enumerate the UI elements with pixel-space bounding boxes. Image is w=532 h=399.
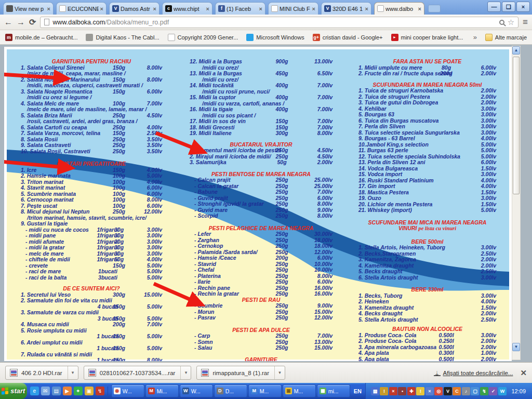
tab-close-icon[interactable]: × — [418, 6, 421, 12]
bookmark-item[interactable]: Microsoft Windows — [246, 34, 304, 41]
download-item-button[interactable]: 0281010627-10373534....rar▾ — [84, 366, 192, 380]
network-error-icon[interactable]: × — [425, 387, 434, 395]
bookmark-star-icon[interactable]: ☆ — [508, 18, 514, 27]
menu-item-name: 15. Vodca import — [358, 171, 402, 178]
taskbar-button-app-mi[interactable]: MMi... — [145, 384, 179, 397]
tab-close-icon[interactable]: × — [312, 6, 315, 12]
menu-item-row: 19. Midii Italiene300g8.00lv — [190, 130, 332, 137]
download-item-button[interactable]: 406 2.0 HDI.rar▾ — [5, 366, 78, 380]
tab-www-chipt[interactable]: cwww.chipt× — [162, 2, 212, 15]
taskbar-button-image-viewer[interactable]: ▦mi... — [317, 384, 350, 397]
updater-icon[interactable]: ✓ — [489, 387, 497, 395]
messenger-icon[interactable]: ✦ — [74, 387, 83, 395]
menu-item-name: 2. Sarmalute din foi de vita cu midii — [21, 298, 112, 304]
tab-close-icon[interactable]: × — [259, 6, 262, 12]
close-button[interactable]: × — [516, 2, 530, 12]
bookmark-item[interactable]: Digital Kaos - The Cabl... — [86, 34, 159, 41]
taskbar-button-app-d[interactable]: DD... — [214, 384, 247, 397]
taskbar-button-folder-window[interactable]: ▣M... — [283, 384, 316, 397]
download-menu-caret-icon[interactable]: ▾ — [68, 366, 78, 379]
display-icon[interactable]: ▢ — [471, 387, 479, 395]
security-alert-icon[interactable]: ! — [380, 387, 388, 395]
menu-item-row: 3. Sarmalute de varza cu midii — [21, 310, 162, 316]
internet-explorer-icon[interactable]: e — [30, 387, 39, 395]
bookmark-item[interactable]: ►mini cooper brake light... — [391, 34, 463, 41]
menu-item-row: 7. Rulada cu vănătă si midii — [21, 352, 162, 358]
tab-www-dalbo[interactable]: www.dalbo× — [374, 2, 424, 15]
cpu-icon[interactable]: C — [453, 387, 461, 395]
menu-item-row: 8. Micul dejunal lui Neptun250g12.00lv — [21, 209, 162, 215]
scrollbar-up-arrow-icon[interactable]: ▲ — [512, 46, 520, 55]
show-all-downloads-link[interactable]: ↓ Afişati toate descărcările... — [434, 369, 513, 376]
show-desktop-icon[interactable]: ▤ — [52, 387, 61, 395]
antivirus-icon[interactable]: ✚ — [407, 387, 416, 395]
vertical-scrollbar[interactable]: ▲ ▼ — [512, 46, 521, 360]
download-menu-caret-icon[interactable]: ▾ — [180, 366, 191, 379]
menu-item-name: 10. Salata Rosii, Castraveti — [21, 149, 90, 155]
download-item-button[interactable]: rimappatura_8 (1).rar▾ — [196, 366, 285, 380]
tab-close-icon[interactable]: × — [153, 6, 156, 12]
bookmark-item[interactable]: mmobile.de – Gebraucht... — [5, 34, 77, 41]
menu-item-name: 13. Midii a la Burgas — [190, 71, 242, 77]
menu-item-price: 3.50lv — [136, 142, 162, 149]
vpn-icon[interactable]: V — [444, 387, 452, 395]
minimize-button[interactable]: — — [487, 2, 501, 12]
usb-icon[interactable]: ↯ — [480, 387, 488, 395]
search-icon[interactable] — [499, 20, 504, 25]
menu-desc-row: /midii cu orez si legume / — [21, 95, 162, 101]
taskbar-button-chrome-window[interactable]: ◉W... — [111, 384, 144, 397]
tab-ecuconne[interactable]: ECUCONNE× — [56, 2, 107, 15]
bookmarks-overflow-chevron[interactable]: » — [473, 33, 477, 41]
start-button[interactable]: start — [0, 383, 27, 399]
recorder-icon[interactable]: ▪ — [398, 387, 406, 395]
downloads-bar-close-icon[interactable]: ✕ — [520, 368, 527, 378]
back-button[interactable]: ← — [4, 18, 12, 27]
winamp-icon[interactable]: ↯ — [96, 387, 104, 395]
taskbar-button-app-m[interactable]: MM... — [248, 384, 282, 397]
volume-icon[interactable]: ♪ — [462, 387, 470, 395]
folder-icon[interactable]: ▣ — [85, 387, 94, 395]
menu-item-price: 2.50lv — [455, 269, 496, 275]
tab-close-icon[interactable]: × — [47, 6, 50, 12]
reload-button[interactable]: ⟳ — [29, 17, 36, 27]
menu-item-price: 8.00lv — [136, 357, 162, 361]
tab-view-new-p[interactable]: View new p× — [3, 2, 54, 15]
taskbar-button-word-window[interactable]: WW... — [180, 384, 213, 397]
forward-button[interactable]: → — [17, 18, 25, 27]
bookmark-item[interactable]: g+cristian david - Google+ — [313, 34, 383, 41]
address-bar[interactable]: www.dalboka.com/Dalboka/menu_ro.pdf ☆ — [40, 17, 518, 28]
warning-icon[interactable]: ! — [416, 387, 424, 395]
bookmark-item[interactable]: Copyright 2009 Gener... — [168, 34, 238, 41]
scrollbar-down-arrow-icon[interactable]: ▼ — [512, 343, 520, 351]
menu-item-row: 11. Burgas 63 perle5.00lv — [358, 148, 496, 154]
tab--1-faceb[interactable]: f(1) Faceb× — [215, 2, 265, 15]
mail-icon[interactable]: ✉ — [41, 387, 50, 395]
chrome-menu-icon[interactable]: ≡ — [523, 17, 528, 28]
menu-item-qty: 1bucati — [91, 269, 125, 275]
menu-item-name: 6. Cernocop marinat — [21, 197, 74, 203]
restore-button[interactable]: ❏ — [502, 2, 515, 12]
download-items: 406 2.0 HDI.rar▾0281010627-10373534....r… — [5, 366, 285, 380]
new-tab-button[interactable] — [428, 5, 441, 12]
network-icon[interactable]: ▤ — [371, 387, 379, 395]
media-player-icon[interactable]: ▶ — [63, 387, 72, 395]
menu-item-name: 7. Salata Varza, morcovi, telina — [21, 130, 100, 137]
language-indicator[interactable]: EN — [350, 388, 365, 394]
page-icon — [59, 5, 66, 12]
disconnected-icon[interactable]: × — [389, 387, 397, 395]
tab-damos-astr[interactable]: VDamos Astr× — [109, 2, 159, 15]
download-menu-caret-icon[interactable]: ▾ — [274, 366, 285, 379]
bookmarks-folder[interactable]: Alte marcaje — [485, 34, 527, 41]
menu-item-name: 5. Stella Artois draught — [358, 317, 418, 323]
scrollbar-thumb[interactable] — [513, 57, 520, 194]
tab-mini-club-f[interactable]: MINI Club F× — [268, 2, 318, 15]
taskbar-button-label: M... — [260, 388, 269, 394]
menu-item-row: 7. Perla din Sliven3.00lv — [358, 124, 496, 130]
menu-item-weight: 100g — [104, 173, 134, 179]
messenger-tray-icon[interactable]: W — [498, 387, 507, 395]
tab-close-icon[interactable]: × — [365, 6, 368, 12]
avira-icon[interactable]: ◎ — [434, 387, 443, 395]
tab-close-icon[interactable]: × — [206, 6, 209, 12]
tab-320d-e46-1[interactable]: V320D E46 1× — [321, 2, 371, 15]
tab-close-icon[interactable]: × — [100, 6, 103, 12]
